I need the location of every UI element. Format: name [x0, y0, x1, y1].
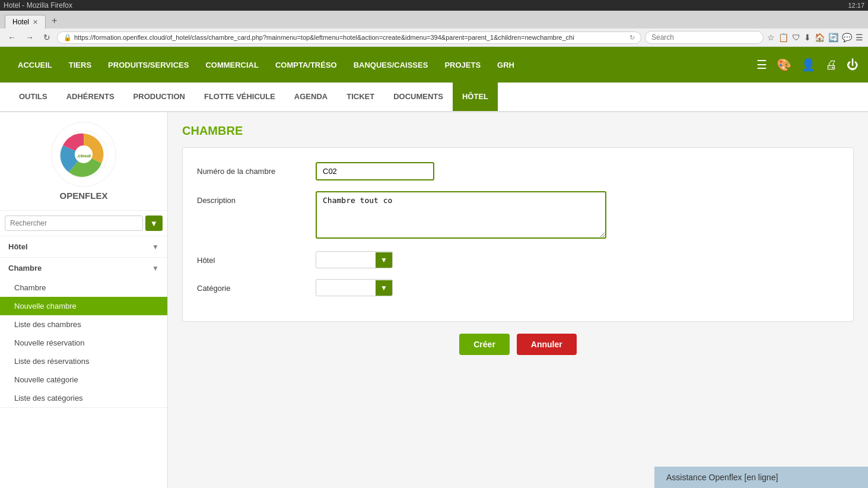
- browser-search-input[interactable]: [645, 31, 764, 44]
- browser-title: Hotel - Mozilla Firefox: [4, 1, 72, 9]
- hotel-dropdown-button[interactable]: ▼: [376, 252, 392, 268]
- nav-documents[interactable]: DOCUMENTS: [384, 83, 453, 111]
- sidebar-section-hotel-header[interactable]: Hôtel ▼: [0, 236, 167, 257]
- form-row-categorie: Catégorie ▼: [197, 279, 839, 296]
- forward-button[interactable]: →: [23, 31, 37, 43]
- categorie-dropdown-button[interactable]: ▼: [376, 280, 392, 296]
- nav-commercial[interactable]: COMMERCIAL: [197, 47, 267, 83]
- form-row-description: Description Chambre tout co: [197, 191, 839, 240]
- power-icon[interactable]: ⏻: [847, 58, 859, 72]
- browser-toolbar-icons: ☆ 📋 🛡 ⬇ 🏠 🔄 💬 ☰: [767, 33, 863, 42]
- logo-text: OPENFLEX: [60, 191, 108, 201]
- tab-bar: Hotel ✕ +: [0, 11, 868, 28]
- input-hotel-wrapper: ▼: [316, 251, 839, 268]
- new-tab-button[interactable]: +: [47, 13, 62, 28]
- extensions-icon[interactable]: 💬: [842, 33, 852, 42]
- svg-text:.cloud: .cloud: [77, 153, 91, 159]
- content-area: CHAMBRE Numéro de la chambre Description…: [168, 112, 868, 488]
- categorie-select-wrapper: ▼: [316, 279, 393, 296]
- sidebar-item-nouvelle-categorie[interactable]: Nouvelle catégorie: [0, 370, 167, 389]
- form-row-numero: Numéro de la chambre: [197, 162, 839, 180]
- browser-tab[interactable]: Hotel ✕: [5, 15, 46, 28]
- create-button[interactable]: Créer: [459, 334, 510, 355]
- sidebar-section-chambre: Chambre ▼ Chambre Nouvelle chambre Liste…: [0, 258, 167, 408]
- reload-button[interactable]: ↻: [40, 31, 53, 43]
- sidebar-item-nouvelle-chambre[interactable]: Nouvelle chambre: [0, 297, 167, 315]
- user-icon[interactable]: 👤: [801, 58, 816, 72]
- sidebar-chambre-label: Chambre: [8, 264, 42, 272]
- menu-icon[interactable]: ☰: [856, 33, 863, 42]
- address-bar-row: ← → ↻ 🔒 https://formation.openflex.cloud…: [0, 28, 868, 47]
- input-numero-wrapper: [316, 162, 839, 180]
- label-description: Description: [197, 191, 316, 205]
- cancel-button[interactable]: Annuler: [517, 334, 577, 355]
- tab-label: Hotel: [12, 18, 29, 26]
- nav-outils[interactable]: OUTILS: [9, 83, 57, 111]
- chevron-right-icon: ▼: [152, 243, 159, 251]
- nav-compta[interactable]: COMPTA/TRÉSO: [267, 47, 345, 83]
- input-categorie-wrapper: ▼: [316, 279, 839, 296]
- categorie-select-input[interactable]: [316, 280, 376, 296]
- bookmark-star-icon[interactable]: ☆: [767, 33, 775, 42]
- sidebar-item-nouvelle-reservation[interactable]: Nouvelle réservation: [0, 334, 167, 352]
- secondary-nav: OUTILS ADHÉRENTS PRODUCTION FLOTTE VÉHIC…: [0, 83, 868, 112]
- title-bar-right: 12:17: [848, 2, 864, 9]
- shield-icon[interactable]: 🛡: [792, 33, 800, 42]
- home-icon[interactable]: 🏠: [815, 33, 825, 42]
- time-display: 12:17: [848, 2, 864, 9]
- action-buttons: Créer Annuler: [182, 334, 854, 355]
- nav-grh[interactable]: GRH: [489, 47, 523, 83]
- chevron-down-icon: ▼: [150, 219, 158, 228]
- chevron-down-icon-chambre: ▼: [152, 264, 159, 272]
- nav-production[interactable]: PRODUCTION: [124, 83, 195, 111]
- refresh-icon[interactable]: ↻: [629, 34, 635, 42]
- screenshot-icon[interactable]: 📋: [778, 33, 788, 42]
- openflex-logo-svg: .cloud: [57, 128, 110, 181]
- address-bar[interactable]: 🔒 https://formation.openflex.cloud/of_ho…: [57, 31, 641, 44]
- print-icon[interactable]: 🖨: [825, 58, 837, 72]
- nav-hotel[interactable]: HÔTEL: [453, 83, 498, 111]
- sidebar-hotel-label: Hôtel: [8, 242, 28, 251]
- nav-agenda[interactable]: AGENDA: [285, 83, 337, 111]
- sidebar-item-liste-chambres[interactable]: Liste des chambres: [0, 315, 167, 334]
- address-text: https://formation.openflex.cloud/of_hote…: [74, 34, 627, 41]
- nav-adherents[interactable]: ADHÉRENTS: [57, 83, 124, 111]
- nav-ticket[interactable]: TICKET: [337, 83, 384, 111]
- label-numero: Numéro de la chambre: [197, 162, 316, 176]
- sidebar-section-hotel: Hôtel ▼: [0, 236, 167, 258]
- assistance-label: Assistance Openflex [en ligne]: [666, 473, 778, 482]
- nav-accueil[interactable]: ACCUEIL: [9, 47, 61, 83]
- nav-banques[interactable]: BANQUES/CAISSES: [345, 47, 437, 83]
- sidebar: .cloud OPENFLEX ▼ Hôtel ▼: [0, 112, 168, 488]
- hotel-select-input[interactable]: [316, 252, 376, 268]
- form-row-hotel: Hôtel ▼: [197, 251, 839, 268]
- sidebar-section-chambre-header[interactable]: Chambre ▼: [0, 258, 167, 278]
- main-layout: .cloud OPENFLEX ▼ Hôtel ▼: [0, 112, 868, 488]
- sidebar-search-button[interactable]: ▼: [145, 216, 163, 231]
- page-title: CHAMBRE: [182, 124, 854, 138]
- numero-chambre-input[interactable]: [316, 162, 434, 180]
- input-description-wrapper: Chambre tout co: [316, 191, 839, 240]
- nav-tiers[interactable]: TIERS: [61, 47, 100, 83]
- sidebar-item-liste-categories[interactable]: Liste des catégories: [0, 389, 167, 407]
- sidebar-search-container: ▼: [0, 211, 167, 236]
- description-input[interactable]: Chambre tout co: [316, 191, 606, 239]
- top-nav: ACCUEIL TIERS PRODUITS/SERVICES COMMERCI…: [0, 47, 868, 83]
- nav-flotte[interactable]: FLOTTE VÉHICULE: [195, 83, 285, 111]
- sidebar-item-chambre[interactable]: Chambre: [0, 278, 167, 297]
- nav-projets[interactable]: PROJETS: [436, 47, 489, 83]
- tab-close-btn[interactable]: ✕: [33, 18, 38, 26]
- download-icon[interactable]: ⬇: [804, 33, 811, 42]
- palette-icon[interactable]: 🎨: [777, 58, 791, 72]
- form-card: Numéro de la chambre Description Chambre…: [182, 147, 854, 322]
- top-nav-icons: ☰ 🎨 👤 🖨 ⏻: [756, 58, 859, 72]
- sidebar-search-input[interactable]: [5, 216, 143, 231]
- logo-image: .cloud: [51, 122, 116, 187]
- assistance-bar[interactable]: Assistance Openflex [en ligne]: [654, 467, 868, 488]
- app-container: ACCUEIL TIERS PRODUITS/SERVICES COMMERCI…: [0, 47, 868, 488]
- hamburger-icon[interactable]: ☰: [756, 58, 767, 72]
- nav-produits[interactable]: PRODUITS/SERVICES: [100, 47, 197, 83]
- back-button[interactable]: ←: [5, 31, 19, 43]
- sync-icon[interactable]: 🔄: [828, 33, 838, 42]
- sidebar-item-liste-reservations[interactable]: Liste des réservations: [0, 352, 167, 370]
